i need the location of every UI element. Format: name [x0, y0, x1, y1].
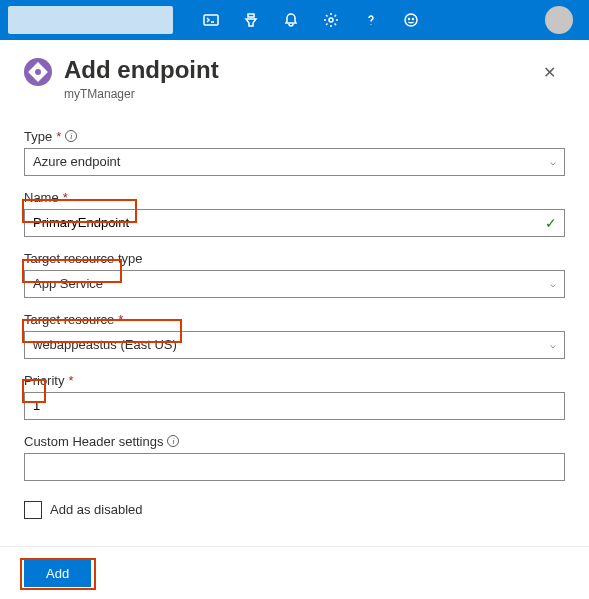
required-marker: * — [68, 373, 73, 388]
target-resource-select[interactable]: webappeastus (East US) ⌵ — [24, 331, 565, 359]
page-subtitle: myTManager — [64, 87, 521, 101]
type-label: Type — [24, 129, 52, 144]
field-custom-header: Custom Header settings i — [24, 434, 565, 481]
custom-header-label: Custom Header settings — [24, 434, 163, 449]
add-endpoint-panel: Add endpoint myTManager ✕ Type * i Azure… — [0, 40, 589, 599]
field-type: Type * i Azure endpoint ⌵ — [24, 129, 565, 176]
name-label: Name — [24, 190, 59, 205]
notifications-icon[interactable] — [271, 0, 311, 40]
target-type-value: App Service — [33, 276, 103, 291]
priority-label: Priority — [24, 373, 64, 388]
close-button[interactable]: ✕ — [533, 56, 565, 88]
info-icon[interactable]: i — [167, 435, 179, 447]
disabled-checkbox[interactable] — [24, 501, 42, 519]
target-type-select[interactable]: App Service ⌵ — [24, 270, 565, 298]
disabled-label: Add as disabled — [50, 502, 143, 517]
valid-check-icon: ✓ — [545, 215, 557, 231]
chevron-down-icon: ⌵ — [550, 156, 556, 167]
target-resource-label: Target resource — [24, 312, 114, 327]
help-icon[interactable] — [351, 0, 391, 40]
page-title: Add endpoint — [64, 56, 521, 85]
required-marker: * — [56, 129, 61, 144]
topbar — [0, 0, 589, 40]
custom-header-input[interactable] — [24, 453, 565, 481]
svg-point-4 — [413, 19, 414, 20]
settings-icon[interactable] — [311, 0, 351, 40]
panel-footer: Add — [0, 546, 589, 599]
chevron-down-icon: ⌵ — [550, 278, 556, 289]
priority-input[interactable] — [24, 392, 565, 420]
name-input[interactable] — [24, 209, 565, 237]
field-target-resource: Target resource * webappeastus (East US)… — [24, 312, 565, 359]
field-disabled: Add as disabled — [24, 501, 565, 519]
search-input[interactable] — [8, 6, 173, 34]
add-button[interactable]: Add — [24, 559, 91, 587]
required-marker: * — [63, 190, 68, 205]
feedback-icon[interactable] — [391, 0, 431, 40]
endpoint-icon — [24, 58, 52, 86]
chevron-down-icon: ⌵ — [550, 339, 556, 350]
svg-point-1 — [329, 18, 333, 22]
svg-point-2 — [405, 14, 417, 26]
avatar[interactable] — [545, 6, 573, 34]
panel-header: Add endpoint myTManager ✕ — [24, 56, 565, 101]
type-select[interactable]: Azure endpoint ⌵ — [24, 148, 565, 176]
field-target-type: Target resource type App Service ⌵ — [24, 251, 565, 298]
svg-rect-0 — [204, 15, 218, 25]
field-name: Name * ✓ — [24, 190, 565, 237]
topbar-icons — [191, 0, 537, 40]
required-marker: * — [118, 312, 123, 327]
info-icon[interactable]: i — [65, 130, 77, 142]
target-type-label: Target resource type — [24, 251, 143, 266]
type-value: Azure endpoint — [33, 154, 120, 169]
svg-point-3 — [409, 19, 410, 20]
directory-filter-icon[interactable] — [231, 0, 271, 40]
target-resource-value: webappeastus (East US) — [33, 337, 177, 352]
cloud-shell-icon[interactable] — [191, 0, 231, 40]
field-priority: Priority * — [24, 373, 565, 420]
